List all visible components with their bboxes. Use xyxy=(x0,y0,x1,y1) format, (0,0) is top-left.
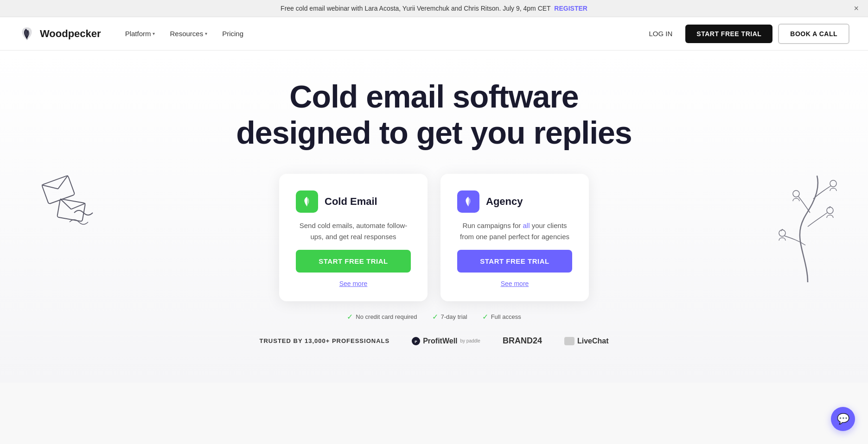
trust-trial: ✓ 7-day trial xyxy=(432,312,467,321)
agency-see-more-link[interactable]: See more xyxy=(457,280,572,287)
cold-email-desc: Send cold emails, automate follow-ups, a… xyxy=(296,220,411,242)
livechat-logo: LiveChat xyxy=(564,337,609,345)
hero-section: Cold email software designed to get you … xyxy=(0,51,868,383)
nav-links: Platform ▾ Resources ▾ Pricing xyxy=(120,26,642,41)
cold-email-see-more-link[interactable]: See more xyxy=(296,280,411,287)
trusted-by-label: TRUSTED BY 13,000+ PROFESSIONALS xyxy=(260,337,390,344)
cold-email-card-header: Cold Email xyxy=(296,190,411,213)
nav-call-button[interactable]: BOOK A CALL xyxy=(778,24,849,44)
platform-chevron-icon: ▾ xyxy=(153,31,155,36)
profitwell-icon: P xyxy=(412,337,420,345)
cold-email-card: Cold Email Send cold emails, automate fo… xyxy=(279,174,428,301)
agency-desc: Run campaigns for all your clients from … xyxy=(457,220,572,242)
logo-link[interactable]: Woodpecker xyxy=(19,25,101,42)
agency-icon xyxy=(457,190,479,213)
cold-email-trial-button[interactable]: START FREE TRIAL xyxy=(296,250,411,273)
trust-badges: ✓ No credit card required ✓ 7-day trial … xyxy=(19,301,849,329)
nav-pricing[interactable]: Pricing xyxy=(217,26,249,41)
announcement-text: Free cold email webinar with Lara Acosta… xyxy=(281,5,550,12)
product-cards: Cold Email Send cold emails, automate fo… xyxy=(19,174,849,301)
login-link[interactable]: LOG IN xyxy=(641,26,680,41)
resources-chevron-icon: ▾ xyxy=(205,31,207,36)
trust-check-icon-1: ✓ xyxy=(347,312,353,321)
register-link[interactable]: REGISTER xyxy=(554,5,587,12)
hero-title: Cold email software designed to get you … xyxy=(225,78,643,151)
livechat-bubble-icon xyxy=(564,337,574,345)
profitwell-logo: P ProfitWell by paddle xyxy=(412,337,480,345)
trust-check-icon-2: ✓ xyxy=(432,312,438,321)
trust-access: ✓ Full access xyxy=(482,312,521,321)
chat-bubble-button[interactable]: 💬 xyxy=(831,407,855,431)
agency-trial-button[interactable]: START FREE TRIAL xyxy=(457,250,572,273)
trust-check-icon-3: ✓ xyxy=(482,312,488,321)
agency-title: Agency xyxy=(486,196,523,208)
cold-email-icon xyxy=(296,190,318,213)
logo-text: Woodpecker xyxy=(40,28,101,40)
trusted-by-section: TRUSTED BY 13,000+ PROFESSIONALS P Profi… xyxy=(19,329,849,364)
agency-card-header: Agency xyxy=(457,190,572,213)
announcement-bar: Free cold email webinar with Lara Acosta… xyxy=(0,0,868,17)
nav-trial-button[interactable]: START FREE TRIAL xyxy=(685,25,772,43)
nav-right: LOG IN START FREE TRIAL BOOK A CALL xyxy=(641,24,849,44)
agency-card: Agency Run campaigns for all your client… xyxy=(440,174,589,301)
announcement-close-button[interactable]: × xyxy=(854,4,859,13)
brand24-logo: BRAND24 xyxy=(503,336,542,346)
svg-text:P: P xyxy=(415,340,417,344)
trust-no-cc: ✓ No credit card required xyxy=(347,312,417,321)
nav-platform[interactable]: Platform ▾ xyxy=(120,26,161,41)
logo-icon xyxy=(19,25,35,42)
navigation: Woodpecker Platform ▾ Resources ▾ Pricin… xyxy=(0,17,868,51)
chat-icon: 💬 xyxy=(837,413,849,425)
nav-resources[interactable]: Resources ▾ xyxy=(164,26,213,41)
cold-email-title: Cold Email xyxy=(325,196,377,208)
